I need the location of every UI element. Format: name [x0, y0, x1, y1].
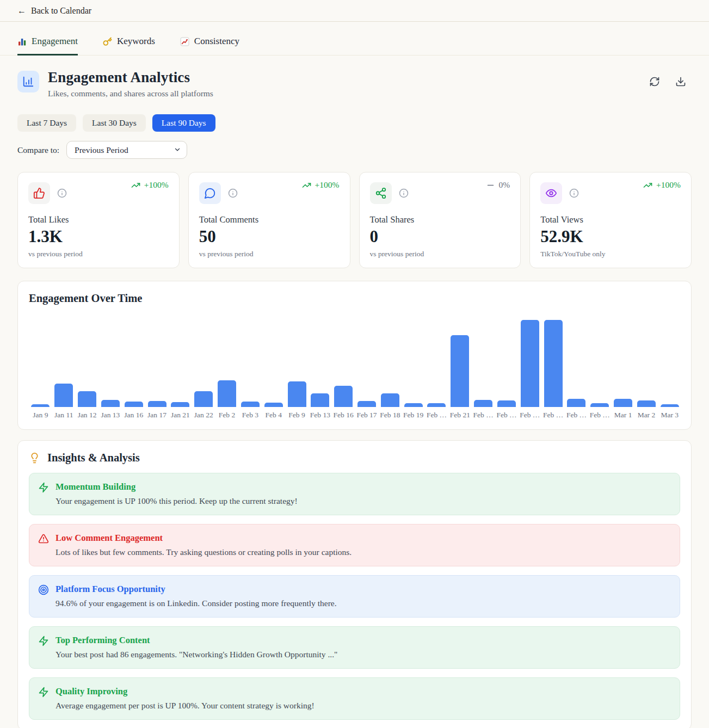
stat-subtext: TikTok/YouTube only: [540, 250, 681, 258]
stat-label: Total Shares: [370, 214, 510, 225]
tab-label: Consistency: [194, 36, 239, 47]
stat-subtext: vs previous period: [28, 250, 169, 258]
chart-x-label: Jan 11: [54, 411, 73, 419]
stat-label: Total Views: [540, 214, 681, 225]
chart-bar[interactable]: [381, 393, 399, 407]
info-icon[interactable]: [399, 188, 409, 198]
stat-subtext: vs previous period: [199, 250, 340, 258]
zap-icon: [38, 687, 49, 698]
refresh-icon[interactable]: [649, 76, 660, 87]
chart-bar[interactable]: [148, 401, 167, 407]
minus-icon: [486, 181, 495, 190]
insight-text: 94.6% of your engagement is on Linkedin.…: [56, 599, 337, 608]
page-title-block: Engagement Analytics Likes, comments, an…: [48, 69, 649, 98]
compare-period-select[interactable]: Previous Period: [66, 141, 187, 159]
tab-engagement[interactable]: Engagement: [17, 36, 78, 55]
chart-bar[interactable]: [78, 391, 96, 407]
tab-keywords[interactable]: Keywords: [103, 36, 155, 55]
range-last-7-days-button[interactable]: Last 7 Days: [17, 114, 76, 132]
engagement-chart: Jan 9Jan 11Jan 12Jan 13Jan 16Jan 17Jan 2…: [29, 317, 681, 419]
chart-column: Jan 21: [169, 317, 192, 419]
chart-column: Feb 16: [332, 317, 355, 419]
chart-x-label: Feb 13: [310, 411, 330, 419]
chart-column: Feb 2: [215, 317, 239, 419]
trend-value: +100%: [656, 180, 681, 190]
chart-bar[interactable]: [125, 402, 143, 407]
chart-bar[interactable]: [474, 400, 492, 407]
insight-text: Average engagement per post is UP 100%. …: [56, 701, 315, 711]
warning-triangle-icon: [38, 533, 49, 544]
chart-bar[interactable]: [54, 384, 73, 407]
chart-column: Feb 18: [378, 317, 402, 419]
insight-text: Your best post had 86 engagements. "Netw…: [56, 650, 337, 659]
chart-title: Engagement Over Time: [29, 292, 681, 305]
chart-x-label: Feb 21: [450, 411, 470, 419]
chart-bar[interactable]: [637, 400, 656, 407]
stat-subtext: vs previous period: [370, 250, 510, 258]
chart-bar[interactable]: [427, 403, 446, 407]
chart-bar[interactable]: [497, 400, 516, 407]
compare-row: Compare to: Previous Period: [0, 141, 709, 159]
download-icon[interactable]: [675, 76, 686, 87]
chart-bar[interactable]: [544, 320, 563, 407]
chart-bar[interactable]: [567, 399, 585, 407]
chart-bar[interactable]: [101, 400, 120, 407]
chart-x-label: Feb 9: [288, 411, 305, 419]
chart-bar[interactable]: [404, 403, 423, 407]
range-last-30-days-button[interactable]: Last 30 Days: [83, 114, 146, 132]
chart-column: Feb 21: [448, 317, 472, 419]
chart-increasing-icon: [180, 37, 189, 46]
tab-label: Keywords: [117, 36, 155, 47]
zap-icon: [38, 636, 49, 646]
chart-column: Feb 4: [262, 317, 285, 419]
tab-consistency[interactable]: Consistency: [180, 36, 239, 55]
chart-column: Mar 1: [612, 317, 635, 419]
insight-title: Low Comment Engagement: [56, 533, 352, 544]
chart-x-label: Mar 3: [661, 411, 679, 419]
chart-column: Mar 2: [635, 317, 658, 419]
stat-value: 0: [370, 227, 510, 246]
chart-bar[interactable]: [31, 404, 50, 407]
range-last-90-days-button[interactable]: Last 90 Days: [152, 114, 215, 132]
chart-x-label: Feb 19: [403, 411, 423, 419]
stat-card-total-likes: +100% Total Likes 1.3K vs previous perio…: [17, 172, 180, 268]
chart-bar[interactable]: [521, 320, 539, 407]
chart-x-label: Feb 16: [334, 411, 354, 419]
chart-bar[interactable]: [288, 381, 306, 407]
chart-bar[interactable]: [357, 401, 376, 407]
insight-title: Quality Improving: [56, 686, 315, 697]
insight-platform-focus-opportunity: Platform Focus Opportunity 94.6% of your…: [29, 575, 680, 618]
insight-text: Lots of likes but few comments. Try aski…: [56, 547, 352, 557]
chart-bar[interactable]: [241, 402, 260, 407]
chart-bar[interactable]: [614, 399, 632, 407]
chart-column: Feb …: [588, 317, 612, 419]
chart-column: Feb …: [425, 317, 448, 419]
chart-bar[interactable]: [171, 402, 189, 407]
chart-bar[interactable]: [590, 403, 609, 407]
chart-bar[interactable]: [661, 404, 679, 407]
insight-title: Momentum Building: [56, 482, 298, 492]
chart-bar[interactable]: [194, 391, 213, 407]
back-to-calendar-link[interactable]: ← Back to Calendar: [17, 6, 91, 16]
chart-column: Feb 17: [355, 317, 379, 419]
info-icon[interactable]: [569, 188, 579, 198]
page-header: Engagement Analytics Likes, comments, an…: [0, 69, 709, 98]
chart-bar[interactable]: [218, 380, 236, 407]
insight-text: Your engagement is UP 100% this period. …: [56, 496, 298, 506]
info-icon[interactable]: [228, 188, 238, 198]
stat-value: 50: [199, 227, 340, 246]
insight-quality-improving: Quality Improving Average engagement per…: [29, 677, 680, 720]
insight-title: Platform Focus Opportunity: [56, 584, 337, 595]
chart-bar[interactable]: [311, 393, 329, 407]
info-icon[interactable]: [57, 188, 67, 198]
chart-column: Feb …: [541, 317, 565, 419]
chart-bar[interactable]: [451, 335, 469, 407]
trend-value: 0%: [499, 180, 510, 190]
comment-bubble-icon: [199, 182, 221, 204]
insights-card: Insights & Analysis Momentum Building Yo…: [17, 440, 692, 728]
chart-bar[interactable]: [264, 403, 283, 407]
chart-bar[interactable]: [334, 386, 353, 407]
lightbulb-icon: [29, 452, 40, 464]
back-label: Back to Calendar: [31, 6, 91, 16]
trending-up-icon: [302, 181, 311, 190]
